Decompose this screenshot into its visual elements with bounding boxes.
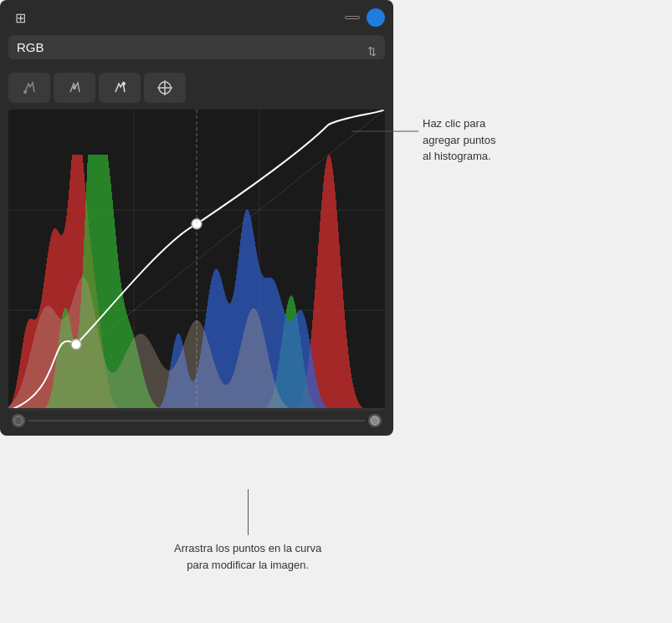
panel-header: ⊞ (8, 8, 385, 27)
curves-canvas[interactable] (8, 110, 385, 411)
right-annotation-text: Haz clic paraagregar puntosal histograma… (423, 115, 590, 165)
curves-panel: ⊞ RGB Red Green Blue Luminance ⇅ (0, 0, 393, 436)
confirm-button[interactable] (367, 8, 385, 27)
svg-point-1 (73, 86, 76, 89)
grid-icon: ⊞ (15, 10, 26, 26)
svg-point-7 (371, 416, 379, 425)
histogram-container[interactable] (8, 110, 385, 411)
white-slider-handle[interactable] (368, 414, 382, 427)
white-eyedropper-button[interactable] (99, 73, 141, 103)
target-adjustment-button[interactable] (144, 73, 186, 103)
gray-eyedropper-button[interactable] (54, 73, 95, 103)
black-slider-handle[interactable] (12, 414, 25, 427)
svg-point-6 (14, 416, 23, 425)
bottom-annotation: Arrastra los puntos en la curvapara modi… (174, 489, 321, 573)
bottom-annotation-text: Arrastra los puntos en la curvapara modi… (174, 540, 321, 573)
slider-row (8, 414, 385, 427)
svg-point-0 (23, 90, 27, 94)
channel-select[interactable]: RGB Red Green Blue Luminance (8, 35, 385, 59)
svg-point-2 (122, 82, 126, 85)
channel-selector-row: RGB Red Green Blue Luminance ⇅ (8, 35, 385, 66)
right-annotation: Haz clic paraagregar puntosal histograma… (351, 124, 485, 139)
auto-button[interactable] (345, 16, 360, 19)
bottom-annotation-line (248, 489, 249, 535)
tools-row (8, 73, 385, 103)
black-eyedropper-button[interactable] (8, 73, 50, 103)
